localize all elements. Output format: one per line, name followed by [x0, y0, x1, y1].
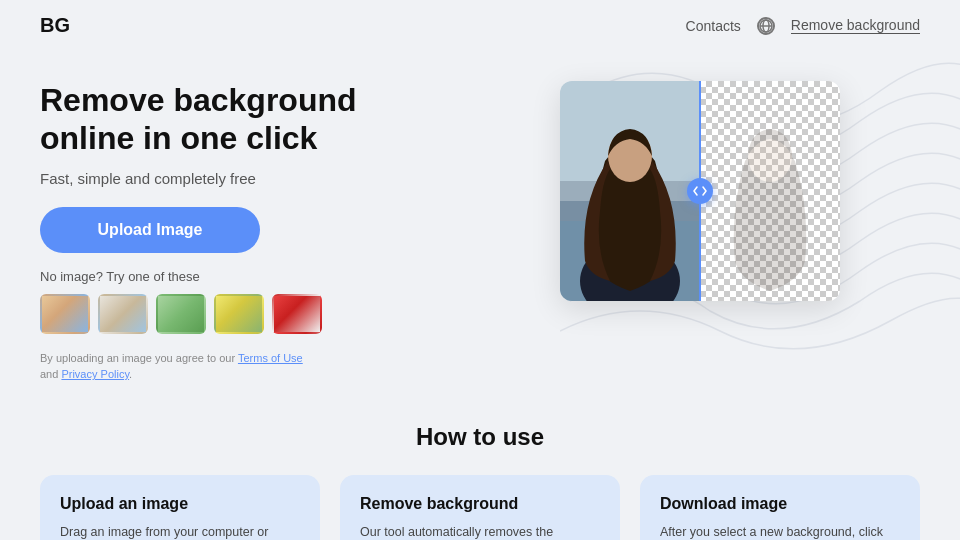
card-download-text: After you select a new background, click… [660, 523, 900, 540]
card-upload-title: Upload an image [60, 495, 300, 513]
terms-link[interactable]: Terms of Use [238, 352, 303, 364]
image-preview [560, 81, 840, 301]
hero-left: Remove background online in one click Fa… [40, 81, 440, 383]
try-text: No image? Try one of these [40, 269, 440, 284]
hero-title: Remove background online in one click [40, 81, 440, 158]
sample-image-2[interactable] [98, 294, 148, 334]
terms-text: By uploading an image you agree to our T… [40, 350, 320, 383]
card-upload: Upload an image Drag an image from your … [40, 475, 320, 540]
hero-right [480, 81, 920, 383]
privacy-link[interactable]: Privacy Policy [61, 368, 129, 380]
sample-image-1[interactable] [40, 294, 90, 334]
sample-image-4[interactable] [214, 294, 264, 334]
original-photo [560, 81, 700, 301]
preview-transparent [700, 81, 840, 301]
card-upload-text: Drag an image from your computer or sele… [60, 523, 300, 540]
hero-section: Remove background online in one click Fa… [0, 51, 960, 403]
navbar: BG Contacts Remove background [0, 0, 960, 51]
card-remove: Remove background Our tool automatically… [340, 475, 620, 540]
sample-image-3[interactable] [156, 294, 206, 334]
remove-bg-link[interactable]: Remove background [791, 17, 920, 34]
sample-image-5[interactable] [272, 294, 322, 334]
how-to-use-section: How to use Upload an image Drag an image… [0, 403, 960, 540]
preview-handle[interactable] [687, 178, 713, 204]
transparent-preview [700, 81, 840, 301]
globe-icon[interactable] [757, 17, 775, 35]
logo: BG [40, 14, 70, 37]
sample-images-row [40, 294, 440, 334]
cards-row: Upload an image Drag an image from your … [40, 475, 920, 540]
card-remove-text: Our tool automatically removes the backg… [360, 523, 600, 540]
card-remove-title: Remove background [360, 495, 600, 513]
nav-right: Contacts Remove background [686, 17, 920, 35]
upload-button[interactable]: Upload Image [40, 207, 260, 253]
contacts-link[interactable]: Contacts [686, 18, 741, 34]
how-title: How to use [40, 423, 920, 451]
preview-original [560, 81, 700, 301]
card-download: Download image After you select a new ba… [640, 475, 920, 540]
hero-subtitle: Fast, simple and completely free [40, 170, 440, 187]
card-download-title: Download image [660, 495, 900, 513]
